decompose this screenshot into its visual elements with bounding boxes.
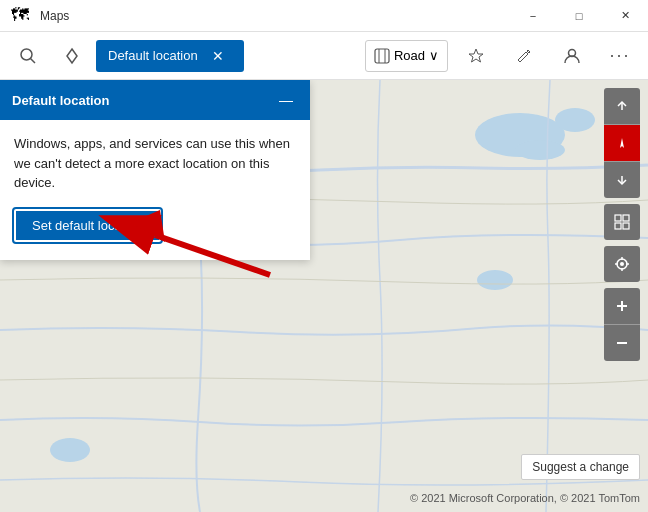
svg-point-9 [515, 140, 565, 160]
svg-rect-21 [623, 223, 629, 229]
toolbar: Default location ✕ Road ∨ [0, 32, 648, 80]
svg-rect-2 [375, 49, 389, 63]
svg-rect-18 [615, 215, 621, 221]
close-button[interactable]: ✕ [602, 0, 648, 32]
svg-point-8 [555, 108, 595, 132]
grid-icon [614, 214, 630, 230]
default-location-panel: Default location — Windows, apps, and se… [0, 80, 310, 260]
compass-right-button[interactable] [604, 162, 640, 198]
chevron-down-icon: ∨ [429, 48, 439, 63]
map-controls [604, 88, 640, 361]
zoom-in-button[interactable] [604, 288, 640, 324]
svg-point-11 [50, 438, 90, 462]
panel-header: Default location — [0, 80, 310, 120]
minimize-button[interactable]: − [510, 0, 556, 32]
my-location-button[interactable] [604, 246, 640, 282]
plus-icon [615, 299, 629, 313]
panel-toolbar-label: Default location [108, 48, 198, 63]
more-button[interactable]: ··· [600, 36, 640, 76]
svg-rect-20 [615, 223, 621, 229]
pen-icon [515, 47, 533, 65]
profile-button[interactable] [552, 36, 592, 76]
compass-group [604, 88, 640, 198]
title-bar-title: Maps [36, 9, 69, 23]
svg-point-10 [477, 270, 513, 290]
view-type-group [604, 204, 640, 240]
location-diamond-icon [63, 47, 81, 65]
search-button[interactable] [8, 36, 48, 76]
rotate-left-icon [615, 99, 629, 113]
main-content: Default location — Windows, apps, and se… [0, 80, 648, 512]
star-icon [467, 47, 485, 65]
svg-line-1 [31, 58, 36, 63]
zoom-out-button[interactable] [604, 325, 640, 361]
title-bar-left: 🗺 Maps [0, 0, 69, 32]
toolbar-right: Road ∨ ··· [365, 36, 640, 76]
panel-toolbar-close-btn[interactable]: ✕ [204, 42, 232, 70]
zoom-group [604, 288, 640, 361]
location-group [604, 246, 640, 282]
maximize-button[interactable]: □ [556, 0, 602, 32]
road-icon [374, 48, 390, 64]
panel-body: Windows, apps, and services can use this… [0, 120, 310, 260]
more-icon: ··· [609, 45, 630, 66]
panel-minimize-button[interactable]: — [274, 88, 298, 112]
svg-point-0 [21, 49, 32, 60]
default-location-toolbar-btn[interactable]: Default location ✕ [96, 40, 244, 72]
notes-button[interactable] [504, 36, 544, 76]
road-view-button[interactable]: Road ∨ [365, 40, 448, 72]
app-icon: 🗺 [4, 0, 36, 32]
title-bar-controls: − □ ✕ [510, 0, 648, 32]
panel-description: Windows, apps, and services can use this… [14, 134, 296, 193]
set-default-location-button[interactable]: Set default location [14, 209, 161, 242]
title-bar: 🗺 Maps − □ ✕ [0, 0, 648, 32]
location-button[interactable] [52, 36, 92, 76]
gps-location-button[interactable] [604, 125, 640, 161]
grid-view-button[interactable] [604, 204, 640, 240]
copyright-text: © 2021 Microsoft Corporation, © 2021 Tom… [410, 492, 640, 504]
person-icon [563, 47, 581, 65]
maps-icon: 🗺 [11, 5, 29, 26]
panel-title: Default location [12, 93, 110, 108]
road-label: Road [394, 48, 425, 63]
svg-marker-16 [620, 138, 624, 148]
map-area[interactable]: Default location — Windows, apps, and se… [0, 80, 648, 512]
search-icon [19, 47, 37, 65]
rotate-right-icon [615, 173, 629, 187]
minus-icon [615, 336, 629, 350]
favorites-button[interactable] [456, 36, 496, 76]
gps-icon [615, 136, 629, 150]
svg-point-23 [620, 262, 624, 266]
suggest-change-button[interactable]: Suggest a change [521, 454, 640, 480]
target-icon [614, 256, 630, 272]
compass-left-button[interactable] [604, 88, 640, 124]
svg-rect-19 [623, 215, 629, 221]
